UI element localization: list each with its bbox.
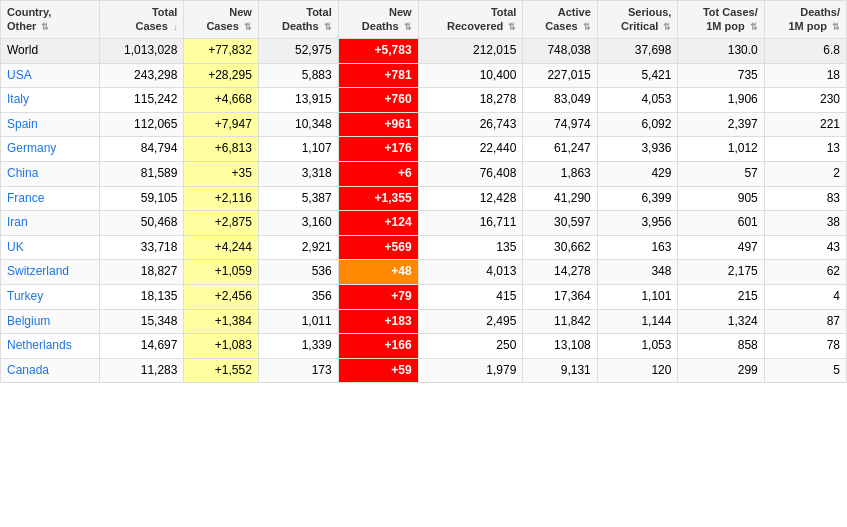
active-cases-cell: 13,108 <box>523 334 597 359</box>
country-link[interactable]: UK <box>7 240 24 254</box>
new-cases-cell: +4,244 <box>184 235 258 260</box>
new-cases-cell: +2,456 <box>184 284 258 309</box>
country-link[interactable]: Iran <box>7 215 28 229</box>
total-recovered-cell: 250 <box>418 334 523 359</box>
country-link[interactable]: Germany <box>7 141 56 155</box>
deaths-1m-cell: 38 <box>764 211 846 236</box>
total-recovered-cell: 16,711 <box>418 211 523 236</box>
country-cell: Netherlands <box>1 334 100 359</box>
country-link[interactable]: China <box>7 166 38 180</box>
new-deaths-cell: +124 <box>338 211 418 236</box>
covid-table: Country,Other ⇅ TotalCases ↓ NewCases ⇅ … <box>0 0 847 383</box>
new-cases-cell: +1,384 <box>184 309 258 334</box>
country-cell: USA <box>1 63 100 88</box>
table-row: Netherlands 14,697 +1,083 1,339 +166 250… <box>1 334 847 359</box>
total-cases-cell: 50,468 <box>99 211 184 236</box>
total-cases-cell: 243,298 <box>99 63 184 88</box>
country-link[interactable]: Turkey <box>7 289 43 303</box>
total-cases-cell: 14,697 <box>99 334 184 359</box>
country-link[interactable]: Italy <box>7 92 29 106</box>
total-cases-cell: 33,718 <box>99 235 184 260</box>
col-header-total-recovered[interactable]: TotalRecovered ⇅ <box>418 1 523 39</box>
total-recovered-cell: 2,495 <box>418 309 523 334</box>
country-cell: China <box>1 161 100 186</box>
new-cases-cell: +1,083 <box>184 334 258 359</box>
new-deaths-cell: +1,355 <box>338 186 418 211</box>
table-row: France 59,105 +2,116 5,387 +1,355 12,428… <box>1 186 847 211</box>
world-total-cases: 1,013,028 <box>99 38 184 63</box>
country-link[interactable]: Belgium <box>7 314 50 328</box>
total-cases-cell: 84,794 <box>99 137 184 162</box>
col-header-total-cases[interactable]: TotalCases ↓ <box>99 1 184 39</box>
sort-icon-new-deaths[interactable]: ⇅ <box>404 22 412 32</box>
sort-icon-total-deaths[interactable]: ⇅ <box>324 22 332 32</box>
sort-icon-deaths-1m[interactable]: ⇅ <box>832 22 840 32</box>
total-recovered-cell: 10,400 <box>418 63 523 88</box>
total-deaths-cell: 1,107 <box>258 137 338 162</box>
deaths-1m-cell: 2 <box>764 161 846 186</box>
total-deaths-cell: 3,318 <box>258 161 338 186</box>
col-header-serious-critical[interactable]: Serious,Critical ⇅ <box>597 1 678 39</box>
country-link[interactable]: Netherlands <box>7 338 72 352</box>
col-header-new-cases[interactable]: NewCases ⇅ <box>184 1 258 39</box>
serious-critical-cell: 348 <box>597 260 678 285</box>
total-deaths-cell: 173 <box>258 358 338 383</box>
active-cases-cell: 9,131 <box>523 358 597 383</box>
total-deaths-cell: 5,387 <box>258 186 338 211</box>
sort-icon-tot-cases-1m[interactable]: ⇅ <box>750 22 758 32</box>
col-header-country[interactable]: Country,Other ⇅ <box>1 1 100 39</box>
tot-cases-1m-cell: 1,324 <box>678 309 764 334</box>
tot-cases-1m-cell: 858 <box>678 334 764 359</box>
table-row: Spain 112,065 +7,947 10,348 +961 26,743 … <box>1 112 847 137</box>
active-cases-cell: 41,290 <box>523 186 597 211</box>
serious-critical-cell: 429 <box>597 161 678 186</box>
country-cell: Belgium <box>1 309 100 334</box>
sort-icon-new-cases[interactable]: ⇅ <box>244 22 252 32</box>
new-deaths-cell: +79 <box>338 284 418 309</box>
sort-icon-country[interactable]: ⇅ <box>41 22 49 32</box>
tot-cases-1m-cell: 2,397 <box>678 112 764 137</box>
col-header-deaths-1m[interactable]: Deaths/1M pop ⇅ <box>764 1 846 39</box>
sort-icon-active-cases[interactable]: ⇅ <box>583 22 591 32</box>
country-cell: France <box>1 186 100 211</box>
deaths-1m-cell: 18 <box>764 63 846 88</box>
country-cell: Switzerland <box>1 260 100 285</box>
sort-icon-serious[interactable]: ⇅ <box>663 22 671 32</box>
country-link[interactable]: Canada <box>7 363 49 377</box>
tot-cases-1m-cell: 215 <box>678 284 764 309</box>
tot-cases-1m-cell: 735 <box>678 63 764 88</box>
col-header-active-cases[interactable]: ActiveCases ⇅ <box>523 1 597 39</box>
tot-cases-1m-cell: 57 <box>678 161 764 186</box>
new-cases-cell: +28,295 <box>184 63 258 88</box>
table-row: Belgium 15,348 +1,384 1,011 +183 2,495 1… <box>1 309 847 334</box>
serious-critical-cell: 163 <box>597 235 678 260</box>
table-row: China 81,589 +35 3,318 +6 76,408 1,863 4… <box>1 161 847 186</box>
country-cell: Germany <box>1 137 100 162</box>
col-header-total-deaths[interactable]: TotalDeaths ⇅ <box>258 1 338 39</box>
world-deaths-1m: 6.8 <box>764 38 846 63</box>
total-recovered-cell: 4,013 <box>418 260 523 285</box>
country-link[interactable]: France <box>7 191 44 205</box>
world-serious-critical: 37,698 <box>597 38 678 63</box>
col-header-tot-cases-1m[interactable]: Tot Cases/1M pop ⇅ <box>678 1 764 39</box>
country-link[interactable]: Switzerland <box>7 264 69 278</box>
col-header-new-deaths[interactable]: NewDeaths ⇅ <box>338 1 418 39</box>
new-cases-cell: +7,947 <box>184 112 258 137</box>
deaths-1m-cell: 78 <box>764 334 846 359</box>
new-deaths-cell: +781 <box>338 63 418 88</box>
new-deaths-cell: +569 <box>338 235 418 260</box>
world-row: World 1,013,028 +77,832 52,975 +5,783 21… <box>1 38 847 63</box>
total-deaths-cell: 536 <box>258 260 338 285</box>
country-cell: Turkey <box>1 284 100 309</box>
world-new-deaths: +5,783 <box>338 38 418 63</box>
active-cases-cell: 227,015 <box>523 63 597 88</box>
deaths-1m-cell: 87 <box>764 309 846 334</box>
serious-critical-cell: 1,144 <box>597 309 678 334</box>
country-link[interactable]: USA <box>7 68 32 82</box>
serious-critical-cell: 3,936 <box>597 137 678 162</box>
country-cell: UK <box>1 235 100 260</box>
sort-icon-total-recovered[interactable]: ⇅ <box>508 22 516 32</box>
country-link[interactable]: Spain <box>7 117 38 131</box>
total-deaths-cell: 10,348 <box>258 112 338 137</box>
sort-icon-total-cases[interactable]: ↓ <box>173 22 178 32</box>
